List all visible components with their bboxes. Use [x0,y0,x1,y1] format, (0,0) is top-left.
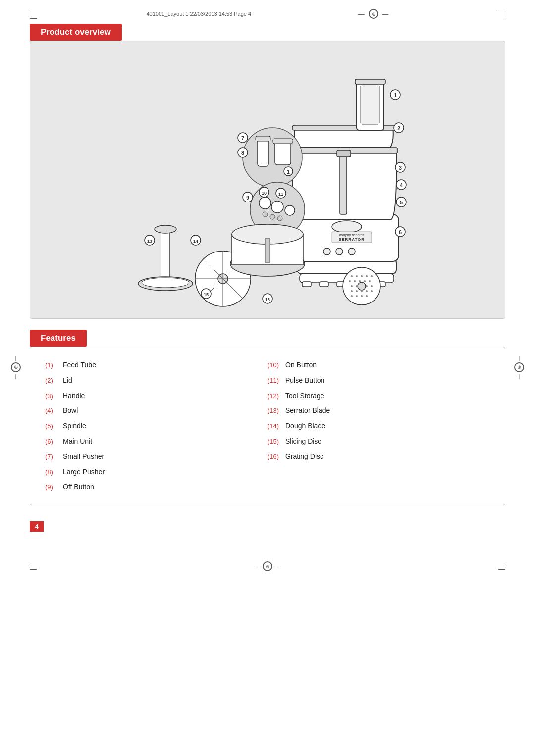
svg-point-8 [323,248,330,255]
svg-point-96 [361,295,363,297]
feature-num: (1) [45,360,63,371]
svg-rect-20 [337,150,351,157]
svg-point-86 [356,285,358,287]
registration-mark-top: — ⊕ — [358,9,389,19]
svg-text:16: 16 [265,297,270,302]
feature-label: On Button [285,359,317,370]
feature-item: (16)Grating Disc [268,450,490,464]
feature-num: (12) [268,391,285,402]
svg-point-74 [358,282,366,290]
features-section: Features (1)Feed Tube(2)Lid(3)Handle(4)B… [30,330,505,505]
corner-mark-bottomright [498,563,505,570]
feature-label: Feed Tube [63,359,96,370]
feature-item: (4)Bowl [45,403,268,418]
svg-point-10 [348,248,355,255]
feature-label: Small Pusher [63,451,104,462]
feature-num: (13) [268,406,285,416]
svg-point-35 [243,128,302,187]
top-bar: 401001_Layout 1 22/03/2013 14:53 Page 4 … [0,0,535,19]
feature-num: (7) [45,452,63,462]
svg-text:morphy richards: morphy richards [339,233,365,237]
reg-circle-left: ⊕ [11,362,21,372]
svg-point-89 [351,290,353,292]
corner-mark-topright [495,9,505,19]
feature-label: Grating Disc [285,451,323,462]
corner-mark-bottomleft [30,563,37,570]
feature-item: (15)Slicing Disc [268,434,490,449]
feature-label: Large Pusher [63,466,105,477]
svg-point-80 [349,280,351,282]
product-overview-box: morphy richards SERRATOR [30,41,505,319]
svg-text:2: 2 [397,125,400,131]
feature-item: (2)Lid [45,373,268,388]
feature-num: (8) [45,467,63,478]
feature-num: (5) [45,421,63,432]
svg-rect-72 [265,238,270,263]
svg-text:13: 13 [147,239,152,244]
svg-rect-17 [355,79,385,84]
feature-num: (2) [45,376,63,386]
file-info: 401001_Layout 1 22/03/2013 14:53 Page 4 [146,11,251,17]
feature-num: (9) [45,482,63,493]
svg-point-92 [366,290,368,292]
svg-point-9 [336,248,343,255]
svg-rect-18 [361,85,379,124]
svg-text:7: 7 [241,135,244,141]
svg-point-47 [259,197,271,209]
svg-text:5: 5 [400,200,403,205]
feature-num: (11) [268,376,285,386]
reg-circle-bottom: ⊕ [263,561,272,571]
svg-point-62 [142,278,189,288]
svg-point-77 [361,275,363,277]
svg-rect-37 [256,136,270,141]
feature-num: (16) [268,452,285,462]
svg-point-84 [369,280,371,282]
svg-point-85 [351,285,353,287]
features-col-right: (10)On Button(11)Pulse Button(12)Tool St… [268,358,490,494]
feature-item: (13)Serrator Blade [268,403,490,418]
reg-circle-right: ⊕ [514,362,524,372]
feature-item: (10)On Button [268,358,490,372]
page-number: 4 [30,521,44,532]
feature-item: (5)Spindle [45,419,268,433]
svg-text:4: 4 [400,182,403,188]
svg-point-97 [366,295,368,297]
product-overview-section: Product overview [30,24,505,319]
product-overview-heading: Product overview [30,24,122,41]
svg-text:SERRATOR: SERRATOR [339,237,365,242]
svg-rect-2 [302,282,311,287]
svg-point-52 [277,216,282,221]
svg-text:11: 11 [278,192,283,197]
feature-num: (14) [268,421,285,432]
feature-item: (12)Tool Storage [268,389,490,403]
feature-label: Pulse Button [285,375,324,386]
feature-label: Main Unit [63,436,92,447]
svg-text:14: 14 [193,239,198,244]
svg-rect-36 [258,138,268,166]
svg-rect-19 [340,155,347,214]
feature-item: (1)Feed Tube [45,358,268,372]
svg-point-87 [366,285,368,287]
page-wrapper: 401001_Layout 1 22/03/2013 14:53 Page 4 … [0,0,535,756]
svg-point-60 [155,225,176,233]
food-processor-diagram: morphy richards SERRATOR [114,51,421,308]
svg-rect-3 [320,282,328,287]
svg-point-88 [371,285,373,287]
svg-point-95 [356,295,358,297]
svg-point-78 [366,275,368,277]
svg-point-76 [356,275,358,277]
feature-item: (8)Large Pusher [45,465,268,479]
svg-point-48 [271,201,283,213]
svg-point-91 [361,290,363,292]
features-box: (1)Feed Tube(2)Lid(3)Handle(4)Bowl(5)Spi… [30,347,505,505]
svg-point-7 [332,221,362,233]
feature-label: Tool Storage [285,390,324,401]
svg-text:10: 10 [262,191,267,196]
svg-point-51 [270,214,275,219]
svg-text:6: 6 [399,229,402,235]
page-number-area: 4 [30,513,505,532]
bottom-bar: — ⊕ — [0,556,535,576]
svg-text:3: 3 [399,165,402,171]
features-col-left: (1)Feed Tube(2)Lid(3)Handle(4)Bowl(5)Spi… [45,358,268,494]
feature-label: Serrator Blade [285,405,330,416]
